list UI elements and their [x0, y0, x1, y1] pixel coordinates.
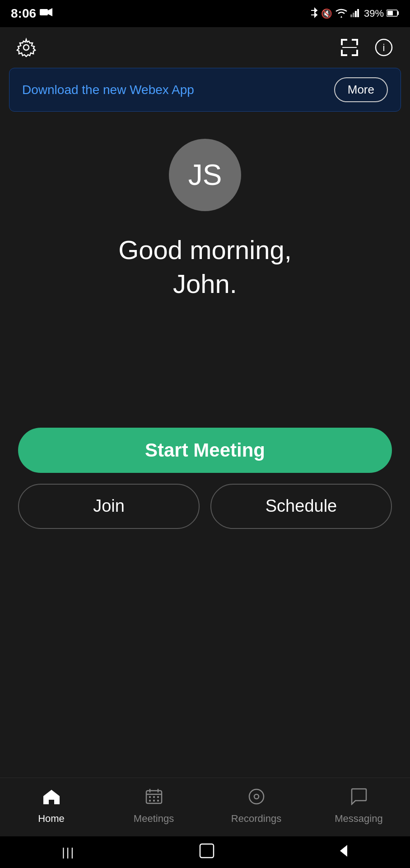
wifi-icon — [335, 8, 348, 20]
action-buttons: Start Meeting Join Schedule — [18, 428, 392, 529]
svg-rect-0 — [40, 9, 48, 15]
banner-more-button[interactable]: More — [334, 77, 388, 102]
battery-icon — [387, 9, 399, 19]
status-time: 8:06 — [11, 6, 36, 21]
avatar-container: JS — [169, 139, 241, 211]
greeting-line2: John. — [118, 267, 292, 301]
system-navigation: ||| — [0, 836, 410, 868]
scan-button[interactable] — [338, 36, 361, 59]
svg-text:i: i — [383, 42, 385, 53]
gear-icon — [16, 38, 36, 57]
status-bar-right: 🔇 39% — [310, 7, 399, 21]
bluetooth-icon — [310, 7, 318, 21]
messaging-icon — [350, 788, 368, 809]
svg-rect-17 — [341, 50, 342, 56]
signal-icon — [350, 8, 361, 19]
svg-rect-30 — [149, 800, 151, 802]
svg-rect-10 — [387, 11, 393, 15]
svg-rect-31 — [153, 800, 155, 802]
recents-button[interactable]: ||| — [48, 841, 89, 864]
bottom-navigation: Home Meetings Recordings — [0, 778, 410, 836]
svg-rect-28 — [153, 796, 155, 798]
nav-item-home[interactable]: Home — [18, 788, 85, 825]
start-meeting-button[interactable]: Start Meeting — [18, 428, 392, 473]
svg-rect-4 — [350, 14, 352, 17]
info-button[interactable]: i — [372, 36, 396, 59]
svg-rect-9 — [397, 11, 399, 15]
settings-button[interactable] — [14, 36, 38, 59]
svg-rect-29 — [157, 796, 159, 798]
home-icon — [42, 788, 61, 809]
status-bar: 8:06 🔇 — [0, 0, 410, 27]
meetings-icon — [145, 788, 163, 809]
banner-message: Download the new Webex App — [22, 83, 194, 97]
svg-marker-1 — [48, 8, 52, 16]
nav-label-home: Home — [38, 813, 65, 825]
svg-rect-27 — [149, 796, 151, 798]
svg-point-34 — [254, 794, 259, 799]
nav-label-meetings: Meetings — [134, 813, 174, 825]
svg-marker-36 — [340, 845, 347, 857]
secondary-buttons: Join Schedule — [18, 484, 392, 529]
svg-rect-13 — [341, 39, 342, 45]
svg-point-11 — [23, 45, 29, 50]
main-content: JS Good morning, John. Start Meeting Joi… — [0, 112, 410, 778]
nav-label-recordings: Recordings — [231, 813, 281, 825]
avatar-initials: JS — [188, 158, 222, 192]
back-button[interactable] — [325, 839, 362, 866]
svg-rect-7 — [357, 9, 359, 17]
status-bar-left: 8:06 — [11, 6, 52, 21]
svg-rect-5 — [353, 13, 354, 17]
nav-item-meetings[interactable]: Meetings — [120, 788, 188, 825]
header-right: i — [338, 36, 396, 59]
home-system-button[interactable] — [186, 839, 228, 866]
battery-percentage: 39% — [364, 8, 384, 19]
svg-rect-6 — [355, 11, 357, 17]
mute-icon: 🔇 — [321, 8, 332, 19]
recordings-icon — [248, 788, 265, 809]
scan-icon — [340, 38, 359, 57]
svg-rect-15 — [357, 39, 358, 45]
schedule-button[interactable]: Schedule — [210, 484, 392, 529]
nav-item-messaging[interactable]: Messaging — [325, 788, 393, 825]
svg-rect-35 — [200, 844, 214, 858]
camera-status-icon — [40, 7, 52, 20]
greeting-section: Good morning, John. — [118, 233, 292, 301]
svg-rect-19 — [357, 50, 358, 56]
download-banner: Download the new Webex App More — [9, 68, 401, 112]
app-header: i — [0, 27, 410, 68]
info-icon: i — [374, 38, 394, 57]
nav-label-messaging: Messaging — [335, 813, 382, 825]
join-button[interactable]: Join — [18, 484, 200, 529]
avatar: JS — [169, 139, 241, 211]
nav-item-recordings[interactable]: Recordings — [223, 788, 290, 825]
svg-point-33 — [249, 789, 264, 804]
greeting-line1: Good morning, — [118, 233, 292, 267]
svg-rect-32 — [157, 800, 159, 802]
